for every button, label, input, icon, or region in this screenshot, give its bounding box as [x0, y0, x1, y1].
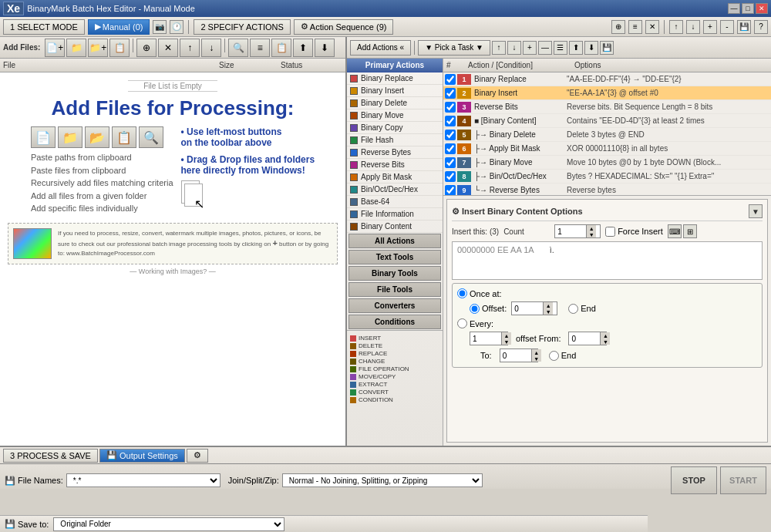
- offset-up-btn[interactable]: ▲: [544, 302, 553, 308]
- offset-option[interactable]: Offset:: [470, 304, 507, 314]
- nav-icon3[interactable]: ✕: [645, 20, 659, 34]
- add-file-btn3[interactable]: 📁+: [88, 39, 108, 57]
- big-add-btn2[interactable]: 📁: [58, 126, 82, 148]
- to-spinbox[interactable]: ▲▼: [500, 348, 538, 362]
- text-tools-btn[interactable]: Text Tools: [348, 250, 441, 264]
- to-up-btn[interactable]: ▲: [532, 349, 541, 355]
- step1-tab[interactable]: 1 SELECT MODE: [3, 19, 85, 35]
- seq-row-checkbox[interactable]: [445, 143, 456, 154]
- offset-spinbox[interactable]: ▲▼: [511, 301, 557, 315]
- action-item[interactable]: Apply Bit Mask: [347, 171, 443, 184]
- output-settings-tab[interactable]: 💾 Output Settings: [99, 449, 185, 463]
- seq-save-icon[interactable]: 💾: [600, 41, 614, 55]
- once-at-option[interactable]: Once at:: [457, 288, 502, 298]
- end-radio[interactable]: [568, 304, 578, 314]
- filter-btn[interactable]: 🔍: [228, 39, 248, 57]
- from-spinbox[interactable]: ▲▼: [568, 332, 607, 345]
- action-item[interactable]: Binary Content: [347, 221, 443, 233]
- binary-tools-btn[interactable]: Binary Tools: [348, 266, 441, 281]
- sequence-row[interactable]: 3 Reverse Bits Reverse bits. Bit Sequenc…: [443, 100, 771, 114]
- close-button[interactable]: ✕: [756, 3, 768, 14]
- every-option[interactable]: Every:: [457, 318, 493, 328]
- action-item[interactable]: Binary Move: [347, 109, 443, 122]
- sequence-row[interactable]: 4 ■ [Binary Content] Contains "EE-DD-4D"…: [443, 114, 771, 128]
- action-item[interactable]: Bin/Oct/Dec/Hex: [347, 184, 443, 196]
- converters-btn[interactable]: Converters: [348, 298, 441, 313]
- maximize-button[interactable]: □: [742, 3, 754, 14]
- every-spinbox[interactable]: ▲▼: [470, 332, 508, 345]
- count-spinbox[interactable]: ▲▼: [554, 224, 601, 238]
- from-input[interactable]: [569, 334, 600, 344]
- down-icon[interactable]: ↓: [686, 20, 700, 34]
- big-add-btn5[interactable]: 🔍: [139, 126, 163, 148]
- manual-tab[interactable]: ▶ Manual (0): [88, 19, 150, 35]
- action-item[interactable]: Binary Delete: [347, 97, 443, 109]
- sequence-row[interactable]: 2 Binary Insert "EE-AA-1A"{3} @ offset #…: [443, 86, 771, 100]
- add-file-btn4[interactable]: 📋: [109, 39, 130, 57]
- action-item[interactable]: Binary Copy: [347, 122, 443, 134]
- sequence-row[interactable]: 1 Binary Replace "AA-EE-DD-FF"{4} → "DD-…: [443, 72, 771, 86]
- gear-tab[interactable]: ⚙: [187, 449, 208, 463]
- to-input[interactable]: [500, 351, 531, 361]
- seq-up-icon[interactable]: ↑: [492, 41, 506, 55]
- seq-row-checkbox[interactable]: [445, 157, 456, 168]
- minimize-button[interactable]: —: [728, 3, 740, 14]
- save-to-select[interactable]: Original Folder: [53, 517, 284, 531]
- pick-task-btn[interactable]: ▼ Pick a Task ▼: [418, 40, 490, 56]
- action-item[interactable]: Binary Insert: [347, 85, 443, 97]
- add-file-btn6[interactable]: ✕: [158, 39, 178, 57]
- add-file-btn7[interactable]: ↑: [180, 39, 200, 57]
- action-item[interactable]: Binary Replace: [347, 72, 443, 85]
- add-actions-btn[interactable]: Add Actions «: [350, 40, 411, 56]
- seq-row-checkbox[interactable]: [445, 88, 456, 99]
- insert-expand-icon[interactable]: ▼: [749, 204, 763, 218]
- sequence-row[interactable]: 5 ├→ Binary Delete Delete 3 bytes @ END: [443, 128, 771, 142]
- big-add-btn3[interactable]: 📂: [85, 126, 109, 148]
- seq-row-checkbox[interactable]: [445, 185, 456, 196]
- seq-row-checkbox[interactable]: [445, 102, 456, 113]
- count-input[interactable]: [555, 227, 586, 237]
- seq-row-checkbox[interactable]: [445, 130, 456, 140]
- expand-icon2[interactable]: ⊞: [683, 224, 697, 238]
- action-seq-tab[interactable]: ⚙ Action Sequence (9): [294, 19, 394, 35]
- minus-icon[interactable]: -: [720, 20, 734, 34]
- help-icon[interactable]: ?: [754, 20, 768, 34]
- start-button[interactable]: START: [720, 466, 766, 494]
- join-split-select[interactable]: Normal - No Joining, Splitting, or Zippi…: [282, 473, 483, 487]
- save-icon[interactable]: 💾: [737, 20, 751, 34]
- action-item[interactable]: File Information: [347, 208, 443, 221]
- seq-add-icon[interactable]: +: [523, 41, 537, 55]
- add-file-btn8[interactable]: ↓: [201, 39, 221, 57]
- nav-icon1[interactable]: ⊕: [611, 20, 625, 34]
- end2-radio[interactable]: [549, 351, 559, 361]
- seq-row-checkbox[interactable]: [445, 74, 456, 85]
- action-item[interactable]: Reverse Bits: [347, 159, 443, 171]
- sequence-row[interactable]: 8 ├→ Bin/Oct/Dec/Hex Bytes ? HEXADECIMAL…: [443, 170, 771, 184]
- seq-row-checkbox[interactable]: [445, 171, 456, 182]
- add-icon[interactable]: +: [703, 20, 717, 34]
- every-radio[interactable]: [457, 318, 467, 328]
- seq-paste-icon[interactable]: ⬇: [584, 41, 598, 55]
- every-up-btn[interactable]: ▲: [502, 332, 511, 338]
- export-btn[interactable]: ⬇: [315, 39, 335, 57]
- seq-clear-icon[interactable]: ☰: [554, 41, 567, 55]
- offset-down-btn[interactable]: ▼: [544, 308, 553, 315]
- file-tools-btn[interactable]: File Tools: [348, 282, 441, 297]
- add-file-btn5[interactable]: ⊕: [136, 39, 157, 57]
- action-item[interactable]: Base-64: [347, 196, 443, 208]
- clock-icon[interactable]: 🕐: [170, 20, 183, 34]
- list-btn[interactable]: 📋: [271, 39, 291, 57]
- seq-row-checkbox[interactable]: [445, 116, 456, 126]
- once-at-radio[interactable]: [457, 288, 467, 298]
- camera-icon[interactable]: 📷: [153, 20, 167, 34]
- add-file-btn1[interactable]: 📄+: [45, 39, 65, 57]
- end-option[interactable]: End: [568, 304, 596, 314]
- big-add-btn4[interactable]: 📋: [112, 126, 136, 148]
- sequence-row[interactable]: 6 ├→ Apply Bit Mask XOR 00001110{8} in a…: [443, 142, 771, 156]
- from-up-btn[interactable]: ▲: [601, 332, 610, 338]
- sort-btn[interactable]: ≡: [250, 39, 270, 57]
- action-item[interactable]: File Hash: [347, 134, 443, 146]
- offset-input[interactable]: [512, 304, 543, 314]
- offset-radio[interactable]: [470, 304, 480, 314]
- to-down-btn[interactable]: ▼: [532, 355, 541, 362]
